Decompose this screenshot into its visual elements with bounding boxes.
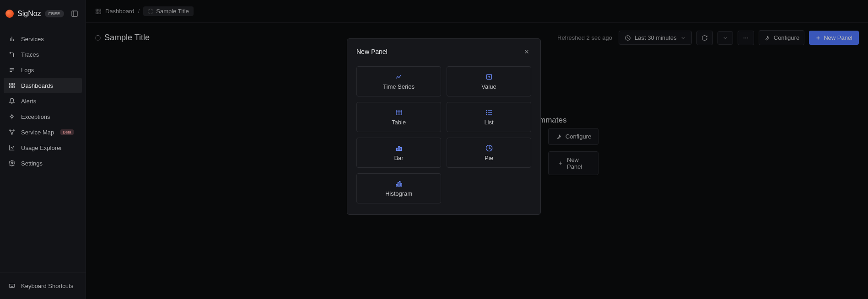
svg-rect-62 [401, 183, 402, 186]
panel-option-pie[interactable]: Pie [447, 138, 531, 168]
panel-type-grid: Time Series Value Table List Bar [356, 66, 531, 203]
sidebar-item-label: Logs [21, 67, 34, 74]
svg-rect-11 [12, 83, 14, 85]
panel-option-label: Time Series [383, 83, 415, 90]
sidebar-item-label: Service Map [21, 129, 54, 136]
panel-option-list[interactable]: List [447, 102, 531, 132]
panel-option-label: Pie [485, 155, 493, 161]
panel-option-label: Value [481, 83, 496, 90]
svg-point-14 [11, 116, 13, 118]
histogram-icon [395, 180, 403, 187]
svg-point-20 [13, 130, 14, 131]
brand-logo-icon [5, 10, 14, 18]
svg-rect-61 [399, 181, 400, 186]
panel-option-label: Bar [394, 155, 403, 161]
svg-rect-56 [398, 146, 399, 150]
sidebar-item-traces[interactable]: Traces [4, 47, 82, 62]
svg-rect-10 [10, 83, 11, 85]
sidebar-item-keyboard-shortcuts[interactable]: Keyboard Shortcuts [4, 278, 82, 294]
sidebar-header: SigNoz FREE [0, 0, 86, 27]
brand-name: SigNoz [17, 10, 41, 18]
svg-rect-60 [398, 182, 399, 186]
sidebar-item-usage-explorer[interactable]: Usage Explorer [4, 140, 82, 155]
panel-option-histogram[interactable]: Histogram [356, 173, 441, 203]
sidebar-item-label: Dashboards [21, 82, 53, 89]
sidebar-item-label: Services [21, 36, 44, 43]
svg-point-52 [486, 110, 487, 111]
panel-option-bar[interactable]: Bar [356, 138, 441, 168]
svg-rect-57 [400, 147, 401, 150]
list-icon [485, 109, 493, 116]
bar-chart-icon [395, 144, 403, 152]
nav-list: Services Traces Logs Dashboards Alerts E… [0, 27, 86, 272]
panel-option-label: Table [392, 119, 406, 126]
svg-point-5 [10, 52, 11, 53]
sidebar-item-settings[interactable]: Settings [4, 155, 82, 171]
panel-option-value[interactable]: Value [447, 66, 531, 96]
svg-point-53 [486, 112, 487, 112]
bug-icon [8, 113, 16, 120]
svg-point-21 [11, 133, 12, 134]
sidebar: SigNoz FREE Services Traces Logs Dashboa… [0, 0, 86, 299]
sidebar-item-label: Settings [21, 160, 43, 167]
logs-icon [8, 66, 16, 74]
svg-rect-59 [396, 184, 397, 186]
sidebar-item-services[interactable]: Services [4, 31, 82, 47]
sidebar-item-label: Exceptions [21, 113, 50, 120]
panel-option-label: List [484, 119, 493, 126]
grid-icon [8, 82, 16, 89]
chart-line-icon [8, 144, 16, 151]
sidebar-item-logs[interactable]: Logs [4, 62, 82, 78]
plan-badge: FREE [45, 10, 64, 17]
beta-badge: Beta [60, 129, 74, 135]
sidebar-item-alerts[interactable]: Alerts [4, 93, 82, 109]
svg-point-22 [11, 162, 13, 164]
pie-chart-icon [485, 144, 493, 152]
sidebar-item-exceptions[interactable]: Exceptions [4, 109, 82, 124]
network-icon [8, 51, 16, 58]
modal-close-button[interactable] [522, 47, 531, 56]
panel-option-table[interactable]: Table [356, 102, 441, 132]
value-icon [485, 73, 493, 80]
sidebar-item-label: Alerts [21, 98, 36, 105]
modal-title: New Panel [356, 48, 388, 55]
svg-point-54 [486, 114, 487, 114]
line-chart-icon [395, 73, 403, 80]
bar-chart-icon [8, 35, 16, 43]
panel-option-label: Histogram [385, 190, 412, 197]
sidebar-item-service-map[interactable]: Service Map Beta [4, 124, 82, 140]
map-icon [8, 128, 16, 136]
table-icon [395, 109, 403, 116]
keyboard-icon [8, 282, 16, 289]
modal-header: New Panel [356, 47, 531, 56]
sidebar-item-label: Traces [21, 51, 39, 58]
bell-icon [8, 97, 16, 105]
svg-rect-12 [10, 86, 11, 88]
svg-rect-0 [72, 11, 77, 16]
svg-point-19 [10, 130, 11, 131]
new-panel-modal: New Panel Time Series Value Table [347, 38, 541, 215]
svg-rect-55 [396, 148, 398, 150]
main-content: Dashboard / Sample Title Sample Title Re… [86, 0, 868, 299]
sidebar-item-dashboards[interactable]: Dashboards [4, 78, 82, 93]
sidebar-item-label: Keyboard Shortcuts [21, 283, 73, 289]
svg-rect-13 [12, 86, 14, 88]
panel-option-time-series[interactable]: Time Series [356, 66, 441, 96]
svg-point-6 [13, 55, 14, 56]
sidebar-collapse-button[interactable] [69, 8, 80, 19]
sidebar-footer: Keyboard Shortcuts [0, 272, 86, 299]
gear-icon [8, 160, 16, 167]
sidebar-item-label: Usage Explorer [21, 144, 62, 151]
svg-rect-23 [9, 284, 15, 288]
